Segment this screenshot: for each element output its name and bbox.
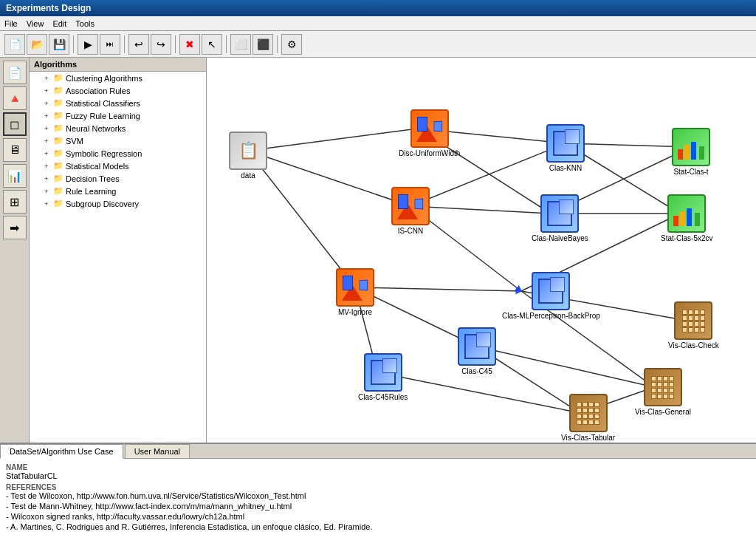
node-clas-nb[interactable]: Clas-NaiveBayes <box>532 194 588 242</box>
node-label-disc: Disc-UniformWidth <box>399 149 460 157</box>
expand-icon: + <box>44 100 53 107</box>
node-vis-check[interactable]: Vis-Clas-Check <box>668 301 719 349</box>
sidebar-header: Algorithms <box>30 58 206 72</box>
refs-container: - Test de Wilcoxon, http://www.fon.hum.u… <box>6 491 750 531</box>
undo-button[interactable]: ↩ <box>128 34 149 55</box>
bottom-content: NAME StatTabularCL REFERENCES - Test de … <box>0 459 756 546</box>
toolbar: 📄 📂 💾 ▶ ⏭ ↩ ↪ ✖ ↖ ⬜ ⬛ ⚙ <box>0 31 756 58</box>
svg-line-6 <box>410 206 551 214</box>
tab-manual[interactable]: User Manual <box>125 444 190 458</box>
node-icon-clas-nb <box>540 194 579 233</box>
node-icon-stat-t <box>672 128 710 166</box>
sidebar-item-neural-networks[interactable]: +📁Neural Networks <box>30 122 206 134</box>
node-icon-vis-tabular <box>569 394 608 432</box>
sidebar-item-statistical-classifiers[interactable]: +📁Statistical Classifiers <box>30 97 206 109</box>
sidebar-item-svm[interactable]: +📁SVM <box>30 134 206 147</box>
zoom-rect-button[interactable]: ⬛ <box>252 34 273 55</box>
node-vis-general[interactable]: Vis-Clas-General <box>635 368 691 416</box>
expand-icon: + <box>44 125 53 132</box>
left-icon-screen[interactable]: 🖥 <box>3 138 27 162</box>
node-label-is-cnn: IS-CNN <box>398 227 423 235</box>
node-stat-5x2[interactable]: Stat-Clas-5x2cv <box>661 194 713 242</box>
left-icon-doc[interactable]: 📄 <box>3 61 27 84</box>
tab-dataset[interactable]: DataSet/Algorithm Use Case <box>0 444 123 459</box>
sep2 <box>124 35 125 53</box>
canvas-scroll[interactable]: 📋data Disc-UniformWidth IS-CNN MV-Ignore… <box>207 58 756 443</box>
sidebar-item-decision-trees[interactable]: +📁Decision Trees <box>30 172 206 185</box>
canvas-area[interactable]: 📋data Disc-UniformWidth IS-CNN MV-Ignore… <box>207 58 756 443</box>
save-button[interactable]: 💾 <box>49 34 69 55</box>
settings-button[interactable]: ⚙ <box>281 34 302 55</box>
open-button[interactable]: 📂 <box>27 34 47 55</box>
title-bar: Experiments Design <box>0 0 756 16</box>
sidebar-item-association-rules[interactable]: +📁Association Rules <box>30 84 206 97</box>
node-is-cnn[interactable]: IS-CNN <box>391 187 430 235</box>
left-icon-arrow[interactable]: ➡ <box>3 216 27 239</box>
main-layout: 📄 🔺 ◻ 🖥 📊 ⊞ ➡ Algorithms +📁Clustering Al… <box>0 58 756 443</box>
sidebar-item-clustering-algorithms[interactable]: +📁Clustering Algorithms <box>30 72 206 84</box>
menu-tools[interactable]: Tools <box>75 19 94 28</box>
expand-icon: + <box>44 200 53 208</box>
bottom-tabs: DataSet/Algorithm Use Case User Manual <box>0 444 756 459</box>
sidebar-item-statistical-models[interactable]: +📁Statistical Models <box>30 160 206 172</box>
left-icon-grid[interactable]: ⊞ <box>3 190 27 214</box>
node-label-clas-knn: Clas-KNN <box>549 164 582 172</box>
node-data[interactable]: 📋data <box>229 132 267 180</box>
node-label-vis-general: Vis-Clas-General <box>635 408 691 416</box>
sidebar-item-rule-learning[interactable]: +📁Rule Learning <box>30 185 206 197</box>
sidebar-item-symbolic-regression[interactable]: +📁Symbolic Regression <box>30 147 206 160</box>
expand-icon: + <box>44 87 53 95</box>
sidebar-tree: +📁Clustering Algorithms+📁Association Rul… <box>30 72 206 210</box>
left-icon-cube[interactable]: ◻ <box>3 112 27 136</box>
expand-icon: + <box>44 163 53 170</box>
sidebar-item-fuzzy-rule-learning[interactable]: +📁Fuzzy Rule Learning <box>30 109 206 122</box>
node-icon-stat-5x2 <box>667 194 706 233</box>
svg-line-0 <box>248 129 418 151</box>
svg-line-1 <box>248 151 410 206</box>
refs-label: REFERENCES <box>6 483 750 491</box>
name-label: NAME <box>6 463 750 471</box>
node-icon-data: 📋 <box>229 132 267 170</box>
sep1 <box>73 35 74 53</box>
expand-icon: + <box>44 75 53 82</box>
node-label-clas-c45r: Clas-C45Rules <box>358 393 408 401</box>
node-clas-c45[interactable]: Clas-C45 <box>458 327 496 375</box>
step-button[interactable]: ⏭ <box>100 34 120 55</box>
node-clas-c45r[interactable]: Clas-C45Rules <box>358 353 408 401</box>
node-label-mv-ignore: MV-Ignore <box>338 308 372 316</box>
menu-bar: File View Edit Tools <box>0 16 756 31</box>
svg-line-8 <box>355 287 521 291</box>
node-label-stat-5x2: Stat-Clas-5x2cv <box>661 234 713 242</box>
redo-button[interactable]: ↪ <box>151 34 171 55</box>
node-icon-vis-general <box>644 368 682 406</box>
expand-icon: + <box>44 150 53 157</box>
menu-edit[interactable]: Edit <box>52 19 66 28</box>
node-icon-clas-mlp <box>532 272 570 310</box>
node-clas-mlp[interactable]: Clas-MLPerceptron-BackProp <box>502 272 600 320</box>
node-vis-tabular[interactable]: Vis-Clas-Tabular <box>561 394 615 442</box>
node-label-clas-mlp: Clas-MLPerceptron-BackProp <box>502 312 600 320</box>
node-label-vis-check: Vis-Clas-Check <box>668 341 719 349</box>
title-label: Experiments Design <box>6 3 91 13</box>
expand-icon: + <box>44 175 53 182</box>
node-icon-is-cnn <box>391 187 430 225</box>
menu-file[interactable]: File <box>4 19 18 28</box>
node-clas-knn[interactable]: Clas-KNN <box>546 124 585 172</box>
sidebar-item-subgroup-discovery[interactable]: +📁Subgroup Discovery <box>30 197 206 210</box>
node-disc[interactable]: Disc-UniformWidth <box>399 109 460 157</box>
node-icon-clas-knn <box>546 124 585 163</box>
delete-button[interactable]: ✖ <box>179 34 200 55</box>
sep4 <box>226 35 227 53</box>
svg-line-20 <box>377 372 580 413</box>
node-mv-ignore[interactable]: MV-Ignore <box>336 268 374 316</box>
select-button[interactable]: ↖ <box>202 34 222 55</box>
left-icon-chart[interactable]: 📊 <box>3 164 27 188</box>
node-stat-t[interactable]: Stat-Clas-t <box>672 128 710 176</box>
new-button[interactable]: 📄 <box>4 34 25 55</box>
expand-icon: + <box>44 188 53 195</box>
node-label-vis-tabular: Vis-Clas-Tabular <box>561 434 615 442</box>
menu-view[interactable]: View <box>27 19 44 28</box>
zoom-fit-button[interactable]: ⬜ <box>230 34 251 55</box>
run-button[interactable]: ▶ <box>78 34 98 55</box>
left-icon-triangle[interactable]: 🔺 <box>3 86 27 110</box>
